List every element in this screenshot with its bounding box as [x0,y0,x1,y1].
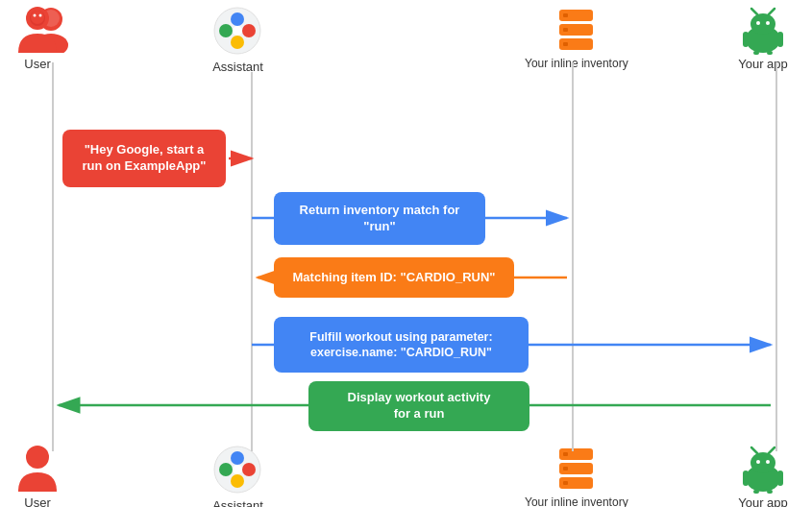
message-hey-google: "Hey Google, start a run on ExampleApp" [62,130,226,187]
message-matching-item: Matching item ID: "CARDIO_RUN" [274,257,514,298]
message-return-inventory: Return inventory match for "run" [274,192,485,245]
message-display-workout: Display workout activity for a run [308,381,529,431]
message-fulfill-workout: Fulfill workout using parameter: exercis… [274,317,529,373]
sequence-diagram: User Assistant Your inline inventory [0,0,812,507]
